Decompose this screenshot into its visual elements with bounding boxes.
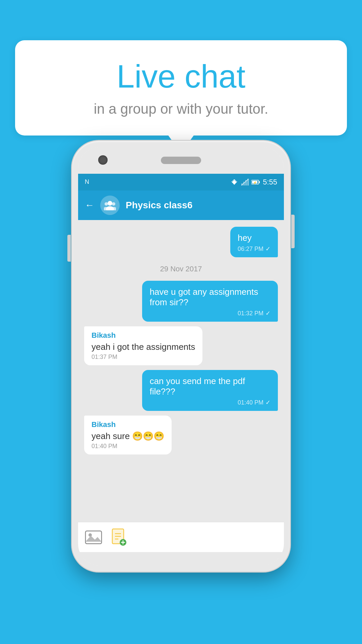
wifi-icon: [230, 179, 239, 185]
svg-rect-19: [85, 531, 102, 544]
network-icon: N: [85, 178, 92, 187]
message-text: have u got any assignments from sir??: [149, 287, 270, 308]
message-time: 01:32 PM ✓: [149, 310, 270, 317]
phone-top-bar: [78, 147, 284, 174]
status-bar: N: [78, 174, 284, 191]
svg-text:⚡: ⚡: [253, 181, 257, 185]
status-time: 5:55: [263, 178, 277, 186]
svg-marker-21: [85, 536, 102, 542]
chat-title: Physics class6: [126, 200, 192, 211]
phone-inner: N: [78, 147, 284, 566]
app-header: ← Physics class6: [78, 191, 284, 220]
svg-point-15: [105, 202, 108, 206]
message-text: hey: [238, 233, 270, 243]
image-attach-button[interactable]: [83, 527, 104, 547]
chat-area: hey 06:27 PM ✓ 29 Nov 2017 have u got an…: [78, 220, 284, 522]
phone-mockup: N: [72, 141, 290, 572]
message-text: yeah sure 😁😁😁: [92, 431, 164, 441]
bottom-toolbar: [78, 522, 284, 552]
battery-icon: ⚡: [251, 179, 260, 185]
message-sent-pdf: can you send me the pdf file??? 01:40 PM…: [142, 370, 278, 411]
signal-icon: [241, 179, 249, 185]
sender-name: Bikash: [92, 420, 164, 429]
status-right: ⚡ 5:55: [230, 178, 277, 186]
document-icon: [111, 528, 127, 546]
doc-attach-button[interactable]: [109, 527, 129, 547]
svg-text:N: N: [85, 178, 89, 185]
group-avatar: [100, 196, 120, 215]
back-button[interactable]: ←: [85, 200, 94, 211]
phone-bottom-bar: [78, 552, 284, 566]
message-time: 01:40 PM: [92, 443, 164, 450]
message-time: 01:40 PM ✓: [149, 399, 270, 406]
message-received-got: Bikash yeah i got the assignments 01:37 …: [84, 326, 202, 365]
speech-bubble: Live chat in a group or with your tutor.: [15, 40, 347, 136]
svg-point-13: [108, 201, 112, 206]
image-icon: [85, 530, 102, 545]
group-icon: [104, 200, 116, 210]
camera-icon: [98, 155, 108, 165]
message-text: yeah i got the assignments: [92, 342, 195, 352]
speech-bubble-container: Live chat in a group or with your tutor.: [15, 40, 347, 136]
live-chat-title: Live chat: [35, 59, 327, 94]
message-time: 06:27 PM ✓: [238, 245, 270, 253]
sender-name: Bikash: [92, 331, 195, 340]
svg-point-17: [112, 202, 115, 206]
message-received-sure: Bikash yeah sure 😁😁😁 01:40 PM: [84, 416, 172, 454]
message-time: 01:37 PM: [92, 354, 195, 361]
live-chat-subtitle: in a group or with your tutor.: [35, 101, 327, 117]
speaker-grille: [161, 157, 201, 164]
phone-outer: N: [72, 141, 290, 572]
svg-rect-10: [259, 181, 260, 183]
message-sent-assignments: have u got any assignments from sir?? 01…: [142, 281, 278, 322]
status-left: N: [85, 178, 92, 187]
message-sent-hey: hey 06:27 PM ✓: [230, 227, 278, 257]
date-divider: 29 Nov 2017: [84, 265, 278, 273]
message-text: can you send me the pdf file???: [149, 376, 270, 397]
